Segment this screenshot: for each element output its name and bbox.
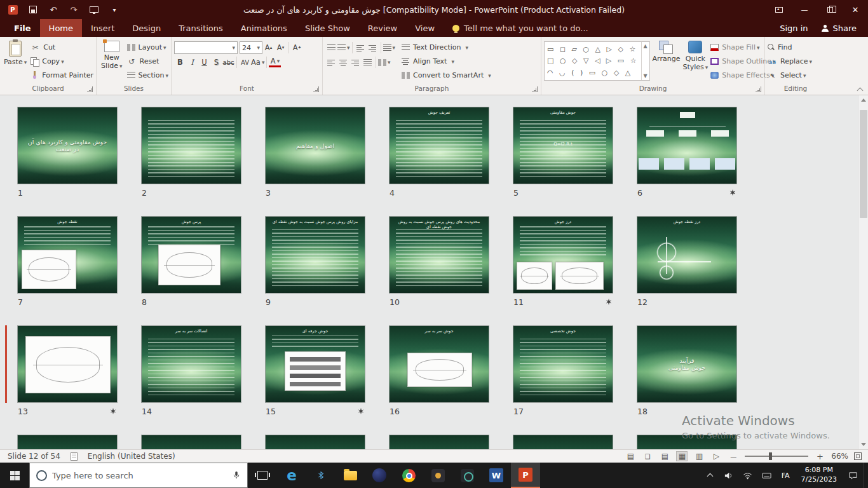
scrollbar-thumb[interactable]: [860, 110, 867, 218]
slide-thumbnail[interactable]: تعریف جوش: [389, 107, 489, 184]
replace-button[interactable]: Replace: [768, 55, 812, 67]
taskbar-clock[interactable]: 6:08 PM 7/25/2023: [796, 466, 842, 485]
taskbar-search[interactable]: [29, 463, 248, 488]
tray-expand-button[interactable]: [702, 463, 718, 488]
task-view-button[interactable]: [248, 463, 277, 488]
zoom-slider[interactable]: [745, 456, 808, 457]
slide-thumbnail[interactable]: مزایای روش پرس جوش نسبت به جوش نقطه ای: [265, 216, 365, 294]
slide-sorter-canvas[interactable]: جوش مقاومتی و کاربرد های آن در صنعت 1: [0, 95, 868, 449]
action-center-button[interactable]: [844, 463, 861, 488]
zoom-in-button[interactable]: [814, 452, 825, 461]
layout-button[interactable]: Layout: [127, 41, 168, 53]
scroll-up-arrow[interactable]: [861, 98, 866, 102]
ribbon-tab[interactable]: Home: [40, 19, 82, 37]
align-left-button[interactable]: [325, 56, 337, 69]
comments-button[interactable]: [642, 452, 653, 461]
language-indicator[interactable]: English (United States): [88, 452, 175, 461]
pinned-app-button-2[interactable]: [452, 463, 482, 488]
ribbon-tab[interactable]: View: [406, 19, 444, 37]
language-switcher[interactable]: FA: [778, 471, 794, 480]
powerpoint-button[interactable]: P: [511, 463, 540, 488]
microphone-icon[interactable]: [232, 471, 241, 480]
zoom-slider-thumb[interactable]: [769, 452, 772, 460]
vertical-scrollbar[interactable]: [858, 95, 868, 449]
slide-thumbnail[interactable]: [513, 435, 613, 449]
slide-thumbnail[interactable]: جوش مقاومتی Q=I2.R.t: [513, 107, 613, 184]
slide-thumbnail[interactable]: [389, 435, 489, 449]
increase-indent-button[interactable]: [367, 41, 379, 54]
notes-button[interactable]: [625, 452, 636, 461]
shapes-gallery[interactable]: ▭ ◻ ▱ ○ △ ▷ ◇ ☆ □ ○ ◇ ▽ ◁ ▷ ▭ ☆ ◠ ◡ ( ) …: [544, 41, 650, 81]
numbering-button[interactable]: [337, 41, 350, 54]
ribbon-tab[interactable]: Insert: [82, 19, 123, 37]
paste-button[interactable]: Paste: [3, 39, 28, 67]
fit-slide-to-window-icon[interactable]: [854, 452, 862, 460]
slide-thumbnail[interactable]: [141, 107, 241, 184]
undo-button[interactable]: [48, 4, 58, 15]
chrome-button[interactable]: [394, 463, 423, 488]
customize-quick-access-button[interactable]: [109, 4, 119, 15]
volume-button[interactable]: [721, 463, 737, 488]
slide-thumbnail[interactable]: [637, 107, 737, 184]
scroll-down-arrow[interactable]: [861, 443, 866, 446]
normal-view-button[interactable]: [659, 452, 670, 461]
increase-font-size-button[interactable]: A▴: [262, 41, 275, 54]
section-button[interactable]: Section: [127, 69, 168, 81]
columns-button[interactable]: [378, 56, 391, 69]
shapes-gallery-scrollbar[interactable]: ▲▼: [641, 42, 649, 80]
align-text-button[interactable]: Align Text: [402, 55, 491, 67]
collapse-ribbon-button[interactable]: [857, 87, 863, 92]
new-slide-button[interactable]: New Slide: [99, 39, 125, 70]
restore-button[interactable]: [817, 0, 843, 19]
search-input[interactable]: [52, 471, 227, 480]
zoom-percentage[interactable]: 66%: [831, 452, 848, 461]
slide-thumbnail[interactable]: جوش سر به سر: [389, 325, 489, 403]
slide-thumbnail[interactable]: [17, 325, 118, 403]
change-case-button[interactable]: Aa: [251, 56, 264, 69]
bluetooth-taskbar-button[interactable]: [306, 463, 336, 488]
ribbon-tab[interactable]: Slide Show: [296, 19, 359, 37]
decrease-font-size-button[interactable]: A▾: [275, 41, 287, 54]
start-from-beginning-button[interactable]: [89, 4, 99, 15]
ribbon-tab[interactable]: Transitions: [170, 19, 232, 37]
slide-thumbnail[interactable]: محدودیت های روش پرس جوش نسبت به روش جوش …: [389, 216, 489, 294]
close-button[interactable]: [843, 0, 868, 19]
redo-button[interactable]: [69, 4, 79, 15]
pinned-app-button-1[interactable]: [423, 463, 452, 488]
bullets-button[interactable]: [325, 41, 337, 54]
justify-button[interactable]: [362, 56, 374, 69]
keyboard-button[interactable]: [759, 463, 775, 488]
slide-thumbnail[interactable]: جوش جرقه ای: [265, 325, 365, 403]
slide-thumbnail[interactable]: جوش مقاومتی و کاربرد های آن در صنعت: [17, 107, 118, 184]
text-direction-button[interactable]: Text Direction: [402, 41, 491, 53]
line-spacing-button[interactable]: [383, 41, 396, 54]
drawing-dialog-launcher[interactable]: [756, 86, 761, 92]
sign-in-link[interactable]: Sign in: [780, 24, 808, 33]
format-painter-button[interactable]: Format Painter: [31, 69, 93, 81]
save-button[interactable]: [28, 4, 38, 15]
font-dialog-launcher[interactable]: [313, 86, 319, 92]
ribbon-tab[interactable]: File: [5, 19, 40, 37]
slide-thumbnail[interactable]: جوش تخصصی: [513, 325, 613, 403]
slide-thumbnail[interactable]: پرس جوش: [141, 216, 241, 294]
font-size-combo[interactable]: 24: [240, 41, 262, 54]
zoom-out-button[interactable]: [728, 452, 739, 461]
paragraph-dialog-launcher[interactable]: [532, 86, 538, 92]
italic-button[interactable]: I: [186, 56, 198, 69]
strikethrough-button[interactable]: abc: [222, 56, 234, 69]
share-button[interactable]: Share: [822, 24, 857, 33]
font-color-button[interactable]: A: [269, 57, 281, 67]
arrange-button[interactable]: Arrange: [653, 39, 681, 64]
cut-button[interactable]: ✂Cut: [31, 41, 93, 53]
clear-formatting-button[interactable]: A✦: [291, 41, 303, 54]
slide-thumbnail[interactable]: [17, 435, 118, 449]
ribbon-display-options-button[interactable]: [766, 0, 792, 19]
clipboard-dialog-launcher[interactable]: [87, 86, 93, 92]
spellcheck-status-icon[interactable]: [71, 452, 78, 461]
slide-thumbnail[interactable]: [265, 435, 365, 449]
word-button[interactable]: W: [482, 463, 511, 488]
browser-dark-button[interactable]: [365, 463, 394, 488]
align-center-button[interactable]: [337, 56, 349, 69]
slide-thumbnail[interactable]: فرآیند جوش مقاومتی: [637, 325, 737, 403]
reading-view-button[interactable]: [693, 452, 705, 461]
